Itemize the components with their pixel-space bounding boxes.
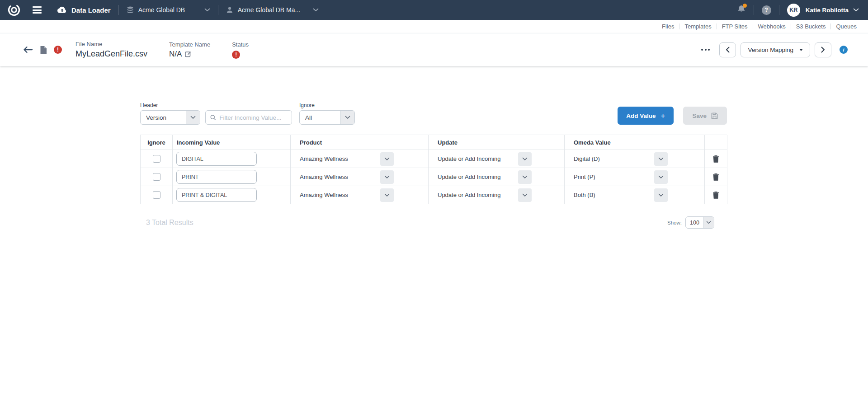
- update-select[interactable]: Update or Add Incoming: [438, 188, 532, 202]
- file-name-label: File Name: [75, 41, 147, 47]
- profile-dropdown[interactable]: Acme Global DB Ma...: [226, 6, 319, 14]
- template-name-label: Template Name: [169, 41, 210, 48]
- back-button[interactable]: [23, 46, 33, 53]
- omeda-value-select[interactable]: Digital (D): [574, 152, 668, 166]
- ignore-select[interactable]: All: [299, 110, 355, 125]
- nav-link-webhooks[interactable]: Webhooks: [753, 23, 791, 30]
- column-header-omeda-value: Omeda Value: [565, 135, 705, 150]
- app-logo[interactable]: [7, 3, 21, 17]
- table-row-cell: Amazing Wellness: [291, 168, 429, 186]
- table-row-cell: Update or Add Incoming: [429, 150, 565, 168]
- chevron-down-icon: [706, 221, 711, 224]
- table-row-cell: Update or Add Incoming: [429, 186, 565, 204]
- table-row-cell: [705, 186, 727, 204]
- nav-link-files[interactable]: Files: [657, 23, 679, 30]
- table-row-cell: [173, 150, 291, 168]
- incoming-value-filter: [205, 110, 292, 125]
- nav-link-templates[interactable]: Templates: [679, 23, 716, 30]
- mapping-content: Header Version Ignore All Add Value +: [140, 102, 727, 229]
- omeda-logo-icon: [7, 3, 21, 17]
- add-value-button[interactable]: Add Value +: [618, 107, 674, 125]
- product-select[interactable]: Amazing Wellness: [300, 188, 394, 202]
- file-icon: [40, 46, 47, 54]
- navbar-divider: [779, 5, 779, 15]
- table-row-cell: Amazing Wellness: [291, 186, 429, 204]
- header-select-label: Header: [140, 102, 200, 108]
- product-select[interactable]: Amazing Wellness: [300, 170, 394, 184]
- header-actions: Version Mapping i: [700, 42, 848, 57]
- table-row-cell: [141, 168, 173, 186]
- table-row-cell: Print (P): [565, 168, 705, 186]
- show-label: Show:: [667, 220, 682, 225]
- plus-icon: +: [661, 112, 665, 120]
- more-options-button[interactable]: [700, 46, 711, 53]
- caret-down-icon: [799, 49, 803, 51]
- save-icon: [711, 112, 718, 119]
- delete-row-button[interactable]: [712, 173, 719, 181]
- incoming-value-filter-input[interactable]: [219, 114, 287, 121]
- status-field: Status !: [232, 41, 249, 59]
- help-button[interactable]: ?: [762, 5, 771, 15]
- ignore-checkbox[interactable]: [153, 191, 160, 199]
- search-icon: [210, 114, 216, 121]
- chevron-down-icon: [384, 157, 390, 161]
- avatar: KR: [787, 4, 800, 17]
- ignore-select-label: Ignore: [299, 102, 355, 108]
- chevron-left-icon: [726, 47, 730, 53]
- column-header-update: Update: [429, 135, 565, 150]
- info-icon[interactable]: i: [840, 46, 848, 54]
- chevron-down-icon: [853, 8, 859, 12]
- edit-template-button[interactable]: [185, 51, 192, 57]
- file-error-badge: !: [54, 46, 62, 54]
- user-menu[interactable]: KR Katie Robilotta: [787, 4, 859, 17]
- filter-bar: Header Version Ignore All Add Value +: [140, 102, 727, 125]
- incoming-value-input[interactable]: [176, 170, 257, 184]
- cloud-upload-icon: [57, 6, 67, 14]
- profile-dropdown-label: Acme Global DB Ma...: [238, 6, 301, 14]
- nav-link-s3-buckets[interactable]: S3 Buckets: [791, 23, 831, 30]
- omeda-value-select[interactable]: Print (P): [574, 170, 668, 184]
- update-select[interactable]: Update or Add Incoming: [438, 152, 532, 166]
- navbar-right: ? KR Katie Robilotta: [737, 4, 859, 17]
- edit-icon: [185, 51, 192, 57]
- back-arrow-icon: [23, 46, 33, 53]
- mapping-type-dropdown[interactable]: Version Mapping: [741, 42, 810, 57]
- database-dropdown[interactable]: Acme Global DB: [127, 6, 210, 14]
- incoming-value-input[interactable]: [176, 188, 257, 202]
- chevron-down-icon: [522, 193, 528, 197]
- secondary-nav: Files Templates FTP Sites Webhooks S3 Bu…: [0, 20, 868, 33]
- chevron-down-icon: [345, 116, 350, 119]
- navbar-divider: [118, 5, 119, 15]
- chevron-down-icon: [384, 175, 390, 179]
- notification-bell-button[interactable]: [737, 5, 746, 16]
- chevron-down-icon: [204, 8, 210, 12]
- database-dropdown-label: Acme Global DB: [138, 6, 185, 14]
- prev-mapping-button[interactable]: [719, 42, 736, 57]
- incoming-value-input[interactable]: [176, 152, 257, 166]
- notification-badge: [743, 4, 747, 8]
- update-select[interactable]: Update or Add Incoming: [438, 170, 532, 184]
- page-size-select[interactable]: 100: [685, 216, 714, 229]
- app-title: Data Loader: [71, 6, 111, 14]
- omeda-value-select[interactable]: Both (B): [574, 188, 668, 202]
- user-icon: [226, 6, 233, 14]
- header-select-value: Version: [141, 114, 186, 121]
- total-results-text: 3 Total Results: [146, 219, 193, 227]
- error-icon: !: [57, 47, 59, 53]
- product-select[interactable]: Amazing Wellness: [300, 152, 394, 166]
- ignore-checkbox[interactable]: [153, 173, 160, 181]
- table-row-cell: Digital (D): [565, 150, 705, 168]
- chevron-down-icon: [658, 193, 664, 197]
- nav-link-ftp-sites[interactable]: FTP Sites: [717, 23, 753, 30]
- trash-icon: [712, 155, 719, 163]
- delete-row-button[interactable]: [712, 155, 719, 163]
- ignore-checkbox[interactable]: [153, 155, 160, 163]
- save-button[interactable]: Save: [683, 107, 727, 125]
- next-mapping-button[interactable]: [815, 42, 831, 57]
- file-name-field: File Name MyLeadGenFile.csv: [75, 41, 147, 59]
- delete-row-button[interactable]: [712, 191, 719, 199]
- nav-link-queues[interactable]: Queues: [831, 23, 862, 30]
- hamburger-menu-icon[interactable]: [33, 6, 42, 14]
- header-select[interactable]: Version: [140, 110, 200, 125]
- file-name-value: MyLeadGenFile.csv: [75, 49, 147, 59]
